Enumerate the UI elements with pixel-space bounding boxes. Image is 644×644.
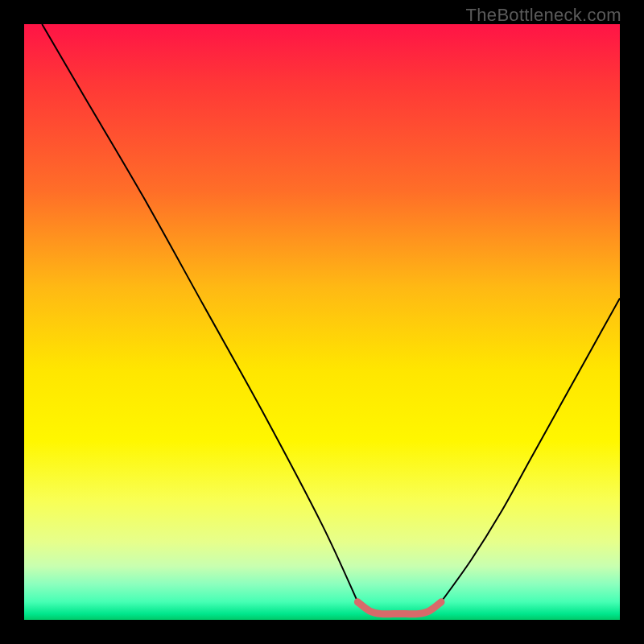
curve-left-path — [42, 24, 357, 602]
curve-layer — [24, 24, 620, 620]
flat-segment-path — [357, 602, 441, 614]
plot-area — [24, 24, 620, 620]
watermark-text: TheBottleneck.com — [466, 5, 621, 26]
curve-right-path — [441, 298, 620, 601]
chart-frame: TheBottleneck.com — [0, 0, 644, 644]
